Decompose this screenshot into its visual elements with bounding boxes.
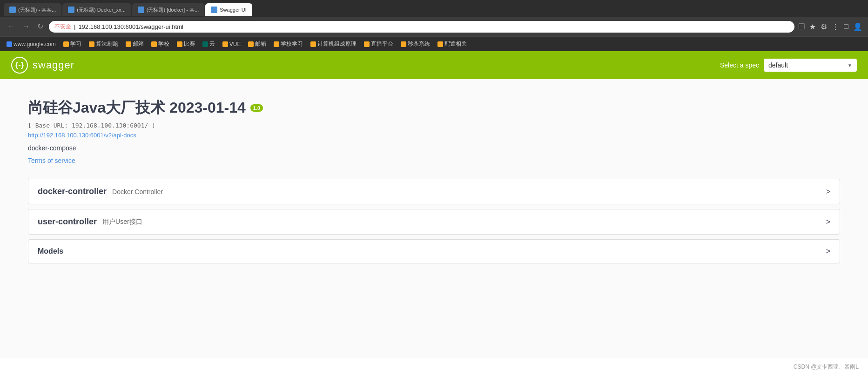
address-separator: | xyxy=(74,23,75,30)
spec-dropdown[interactable]: default xyxy=(764,59,857,72)
back-button[interactable]: ← xyxy=(6,22,17,31)
bookmark-label-seckill: 秒杀系统 xyxy=(408,40,430,48)
bookmark-favicon-vue xyxy=(222,41,228,47)
share-icon[interactable]: ❐ xyxy=(798,22,805,31)
bookmark-google[interactable]: www.google.com xyxy=(4,40,59,48)
menu-icon[interactable]: ⋮ xyxy=(832,22,839,31)
bookmark-favicon-mail1 xyxy=(126,41,131,47)
user-controller-chevron: > xyxy=(826,218,830,226)
bookmark-favicon-contest xyxy=(177,41,182,47)
docker-controller-header: docker-controller Docker Controller > xyxy=(28,179,840,204)
bookmark-favicon-computer xyxy=(310,41,316,47)
bookmark-favicon-google xyxy=(7,41,12,47)
footer-watermark: CSDN @艾卡西亚、暴雨L xyxy=(794,364,859,370)
bookmark-mail2[interactable]: 邮箱 xyxy=(245,39,269,49)
bookmark-favicon-learning xyxy=(63,41,69,47)
spec-select-wrapper[interactable]: default xyxy=(764,59,857,72)
user-controller-item[interactable]: user-controller 用户User接口 > xyxy=(28,209,840,235)
tab-label-4: Swagger UI xyxy=(220,7,246,13)
swagger-content: 尚硅谷Java大厂技术 2023-01-14 1.0 [ Base URL: 1… xyxy=(0,79,868,358)
user-controller-description: 用户User接口 xyxy=(102,218,142,226)
bookmark-label-stream: 直播平台 xyxy=(371,40,393,48)
page-footer: CSDN @艾卡西亚、暴雨L xyxy=(0,358,868,376)
tab-favicon-2 xyxy=(68,7,74,13)
swagger-logo-icon: {-} xyxy=(11,57,28,74)
swagger-logo: {-} swagger xyxy=(11,57,74,74)
bookmark-label-algo: 算法刷题 xyxy=(96,40,118,48)
tab-favicon-3 xyxy=(138,7,144,13)
bookmark-cloud[interactable]: 云 xyxy=(200,39,218,49)
forward-button[interactable]: → xyxy=(20,22,32,31)
reload-button[interactable]: ↻ xyxy=(35,22,45,31)
puzzle-icon[interactable]: ⚙ xyxy=(821,22,827,31)
bookmark-schoolstudy[interactable]: 学校学习 xyxy=(271,39,306,49)
bookmark-school[interactable]: 学校 xyxy=(148,39,172,49)
bookmark-computer[interactable]: 计算机组成原理 xyxy=(308,39,359,49)
bookmark-favicon-mail2 xyxy=(248,41,254,47)
browser-chrome: (无标题) - 某某... (无标题) Docker_xx... (无标题) [… xyxy=(0,0,868,51)
bookmarks-bar: www.google.com 学习 算法刷题 邮箱 学校 比赛 云 VUE xyxy=(0,36,868,51)
bookmark-learning[interactable]: 学习 xyxy=(61,39,84,49)
bookmark-label-google: www.google.com xyxy=(13,41,56,47)
browser-tab-4[interactable]: Swagger UI xyxy=(205,3,252,16)
bookmark-favicon-config xyxy=(437,41,443,47)
swagger-icon-text: {-} xyxy=(15,61,24,69)
bookmark-stream[interactable]: 直播平台 xyxy=(361,39,396,49)
models-chevron: > xyxy=(826,247,830,256)
tab-label-3: (无标题) [docker] - 某... xyxy=(147,7,199,13)
browser-omnibar: ← → ↻ 不安全 | 192.168.100.130:6001/swagger… xyxy=(0,17,868,36)
browser-action-icons: ❐ ★ ⚙ ⋮ □ 👤 xyxy=(798,22,862,31)
browser-tab-1[interactable]: (无标题) - 某某... xyxy=(4,3,61,16)
star-icon[interactable]: ★ xyxy=(809,22,816,31)
bookmark-label-mail2: 邮箱 xyxy=(255,40,266,48)
bookmark-label-config: 配置相关 xyxy=(444,40,467,48)
insecure-indicator: 不安全 xyxy=(54,23,71,31)
bookmark-favicon-seckill xyxy=(401,41,406,47)
browser-tab-2[interactable]: (无标题) Docker_xx... xyxy=(62,3,131,16)
tab-label-2: (无标题) Docker_xx... xyxy=(77,7,126,13)
tab-favicon-1 xyxy=(9,7,16,13)
user-controller-header: user-controller 用户User接口 > xyxy=(28,209,840,234)
docker-controller-chevron: > xyxy=(826,188,830,196)
bookmark-algo[interactable]: 算法刷题 xyxy=(86,39,121,49)
api-docs-link[interactable]: http://192.168.100.130:6001/v2/api-docs xyxy=(28,132,840,139)
browser-tabs: (无标题) - 某某... (无标题) Docker_xx... (无标题) [… xyxy=(0,0,868,17)
profile-icon[interactable]: 👤 xyxy=(853,22,862,31)
bookmark-label-computer: 计算机组成原理 xyxy=(317,40,357,48)
window-icon[interactable]: □ xyxy=(844,22,848,31)
models-header: Models > xyxy=(28,240,840,263)
browser-tab-3[interactable]: (无标题) [docker] - 某... xyxy=(132,3,204,16)
bookmark-mail1[interactable]: 邮箱 xyxy=(123,39,147,49)
bookmark-config[interactable]: 配置相关 xyxy=(435,39,470,49)
bookmark-favicon-algo xyxy=(89,41,94,47)
bookmark-label-cloud: 云 xyxy=(209,40,215,48)
bookmark-favicon-schoolstudy xyxy=(274,41,279,47)
bookmark-contest[interactable]: 比赛 xyxy=(174,39,198,49)
bookmark-label-contest: 比赛 xyxy=(184,40,195,48)
terms-of-service-link[interactable]: Terms of service xyxy=(28,157,75,164)
user-controller-name: user-controller xyxy=(38,217,97,227)
api-description: docker-compose xyxy=(28,144,840,152)
bookmark-vue[interactable]: VUE xyxy=(220,40,244,48)
swagger-logo-text: swagger xyxy=(33,59,74,71)
bookmark-label-schoolstudy: 学校学习 xyxy=(281,40,303,48)
address-bar[interactable]: 不安全 | 192.168.100.130:6001/swagger-ui.ht… xyxy=(49,21,794,33)
user-controller-left: user-controller 用户User接口 xyxy=(38,217,142,227)
select-a-spec-label: Select a spec xyxy=(720,61,759,69)
url-text: 192.168.100.130:6001/swagger-ui.html xyxy=(78,23,183,30)
models-section[interactable]: Models > xyxy=(28,239,840,263)
docker-controller-left: docker-controller Docker Controller xyxy=(38,187,163,196)
bookmark-seckill[interactable]: 秒杀系统 xyxy=(398,39,433,49)
swagger-header: {-} swagger Select a spec default xyxy=(0,51,868,79)
bookmark-favicon-stream xyxy=(364,41,370,47)
swagger-spec-select: Select a spec default xyxy=(720,59,857,72)
api-title-text: 尚硅谷Java大厂技术 2023-01-14 xyxy=(28,98,246,118)
bookmark-label-learning: 学习 xyxy=(70,40,81,48)
api-title: 尚硅谷Java大厂技术 2023-01-14 1.0 xyxy=(28,98,840,118)
controllers-section: docker-controller Docker Controller > us… xyxy=(28,179,840,235)
docker-controller-item[interactable]: docker-controller Docker Controller > xyxy=(28,179,840,204)
api-version-badge: 1.0 xyxy=(250,104,263,112)
bookmark-label-school: 学校 xyxy=(158,40,169,48)
bookmark-label-vue: VUE xyxy=(229,41,241,47)
docker-controller-name: docker-controller xyxy=(38,187,107,196)
